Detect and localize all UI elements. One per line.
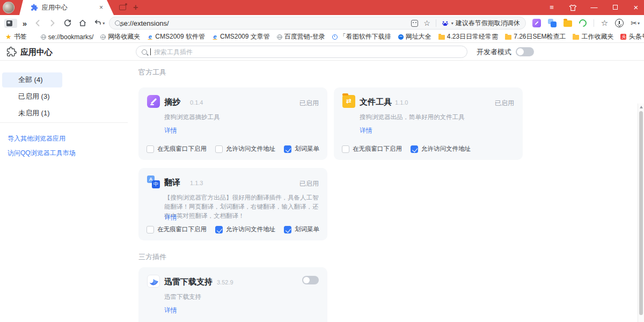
extension-name: 迅雷下载支持 [164, 277, 213, 287]
checkbox-unchecked[interactable] [147, 145, 154, 153]
checkbox-unchecked[interactable] [342, 145, 349, 153]
filter-all[interactable]: 全部 (4) [2, 72, 62, 87]
undo-close-tab-button[interactable]: ▾ [93, 19, 105, 27]
bookmark-label: 百度营销-登录 [284, 32, 325, 41]
detail-link[interactable]: 详情 [360, 126, 372, 135]
address-bar[interactable]: ☆ ▾ 建议春节假期取消调休 [109, 17, 526, 30]
option-word-menu[interactable]: 划词菜单 [284, 225, 319, 233]
bookmark-item[interactable]: 4.23日日常经常需 [438, 32, 498, 41]
bookmark-item[interactable]: 网络收藏夹 [100, 32, 140, 41]
scrollbar[interactable] [638, 104, 644, 322]
bookmarks-root[interactable]: ★ 书签 [5, 32, 27, 41]
undo-icon [93, 19, 102, 27]
import-apps-link[interactable]: 导入其他浏览器应用 [8, 134, 76, 143]
option-incognito[interactable]: 在无痕窗口下启用 [342, 145, 402, 153]
globe-icon [277, 34, 282, 40]
back-icon[interactable] [33, 19, 42, 27]
globe-icon [41, 34, 46, 40]
extension-notes-icon[interactable] [532, 19, 541, 27]
menu-icon[interactable]: ≡ [548, 0, 555, 15]
reload-icon[interactable] [63, 19, 72, 27]
enable-toggle[interactable] [302, 276, 319, 284]
baidu-icon [442, 20, 449, 27]
detail-link[interactable]: 详情 [164, 126, 177, 135]
search-box[interactable] [136, 46, 467, 58]
option-incognito[interactable]: 在无痕窗口下启用 [147, 145, 207, 153]
option-file-access[interactable]: 允许访问文件地址 [215, 145, 275, 153]
bookmark-item[interactable]: eCMS2009 文章管 [212, 32, 270, 41]
extension-translate-icon[interactable] [548, 19, 557, 27]
bookmark-item[interactable]: 网址大全 [398, 32, 431, 41]
home-icon[interactable] [78, 19, 87, 27]
checkbox-checked[interactable] [284, 145, 291, 153]
tab-close-icon[interactable]: × [99, 4, 103, 11]
developer-mode-toggle[interactable] [516, 47, 534, 56]
sidebar: 全部 (4) 已启用 (3) 未启用 (1) [2, 72, 129, 122]
checkbox-unchecked[interactable] [147, 226, 154, 233]
search-input[interactable] [154, 48, 462, 56]
option-file-access[interactable]: 允许访问文件地址 [215, 225, 275, 233]
star-icon: ★ [5, 33, 12, 41]
extension-green-icon[interactable] [577, 18, 588, 28]
bookmark-item[interactable]: 工作收藏夹 [573, 32, 613, 41]
detail-link[interactable]: 详情 [164, 213, 177, 222]
extension-version: 0.1.4 [190, 99, 203, 106]
extension-description: 迅雷下载支持 [164, 292, 321, 302]
sidebar-expand-icon[interactable]: » [23, 19, 26, 28]
bookmark-item[interactable]: 百度营销-登录 [277, 32, 325, 41]
chevron-down-icon: ▾ [103, 21, 105, 26]
scissors-icon: ✂ [631, 19, 637, 27]
forward-icon[interactable] [48, 19, 57, 27]
url-input[interactable] [120, 19, 411, 27]
bookmark-item[interactable]: 头头条号 [620, 32, 644, 41]
extension-filetools-icon[interactable] [564, 20, 572, 27]
reader-mode-icon[interactable] [411, 20, 418, 27]
browser-tab[interactable]: 应用中心 × [19, 0, 114, 15]
filter-disabled[interactable]: 未启用 (1) [2, 106, 62, 121]
notes-extension-icon [147, 95, 160, 108]
folder-icon [505, 35, 511, 40]
detail-link[interactable]: 详情 [164, 306, 177, 315]
bookmark-label: 网络收藏夹 [108, 32, 140, 41]
globe-icon [100, 34, 106, 40]
maximize-icon[interactable] [611, 0, 619, 15]
checkbox-checked[interactable] [411, 145, 418, 153]
hot-search-text: 建议春节假期取消调休 [456, 19, 520, 28]
tab-media-icon[interactable] [119, 5, 126, 10]
minimize-icon[interactable]: — [590, 0, 598, 15]
bookmark-label: se://bookmarks/ [48, 33, 94, 41]
bookmarks-bar: ★ 书签 se://bookmarks/ 网络收藏夹 eCMS2009 软件管 … [0, 31, 644, 43]
bookmark-item[interactable]: 7.26日SEM检查工 [505, 32, 566, 41]
mini-window-button[interactable] [4, 19, 17, 28]
bookmark-label: 书签 [14, 32, 27, 41]
checkbox-unchecked[interactable] [215, 145, 223, 153]
option-file-access[interactable]: 允许访问文件地址 [411, 145, 471, 153]
checkbox-checked[interactable] [215, 226, 223, 233]
new-tab-button[interactable]: + [133, 0, 138, 15]
downloads-icon[interactable] [615, 19, 624, 27]
bookmark-item[interactable]: 「看图软件下载排 [332, 32, 391, 41]
checkbox-checked[interactable] [284, 226, 291, 233]
add-favorite-icon[interactable]: ☆ [423, 19, 430, 27]
bookmark-item[interactable]: se://bookmarks/ [41, 33, 94, 41]
option-incognito[interactable]: 在无痕窗口下启用 [147, 225, 207, 233]
bookmark-label: 网址大全 [406, 32, 431, 41]
folder-icon [438, 35, 445, 40]
scrollbar-thumb[interactable] [639, 111, 643, 315]
theme-skin-icon[interactable] [569, 4, 577, 11]
qq-market-link[interactable]: 访问QQ浏览器工具市场 [8, 149, 76, 158]
puzzle-icon [31, 4, 38, 11]
option-word-menu[interactable]: 划词菜单 [284, 145, 319, 153]
capture-tools-button[interactable]: ✂ ▾ [631, 19, 640, 27]
bookmark-item[interactable]: eCMS2009 软件管 [147, 32, 205, 41]
hot-search-widget[interactable]: ▾ 建议春节假期取消调休 [442, 19, 520, 28]
user-avatar[interactable] [3, 2, 14, 13]
favorites-icon[interactable]: ☆ [601, 19, 608, 27]
filetools-extension-icon: ⇄ [342, 95, 355, 108]
filter-enabled[interactable]: 已启用 (3) [2, 89, 62, 104]
bookmark-label: CMS2009 软件管 [155, 32, 205, 41]
scroll-up-icon[interactable] [640, 106, 643, 108]
extension-name: 文件工具 [360, 97, 392, 107]
close-icon[interactable]: × [632, 0, 640, 15]
bookmark-label: 工作收藏夹 [581, 32, 613, 41]
